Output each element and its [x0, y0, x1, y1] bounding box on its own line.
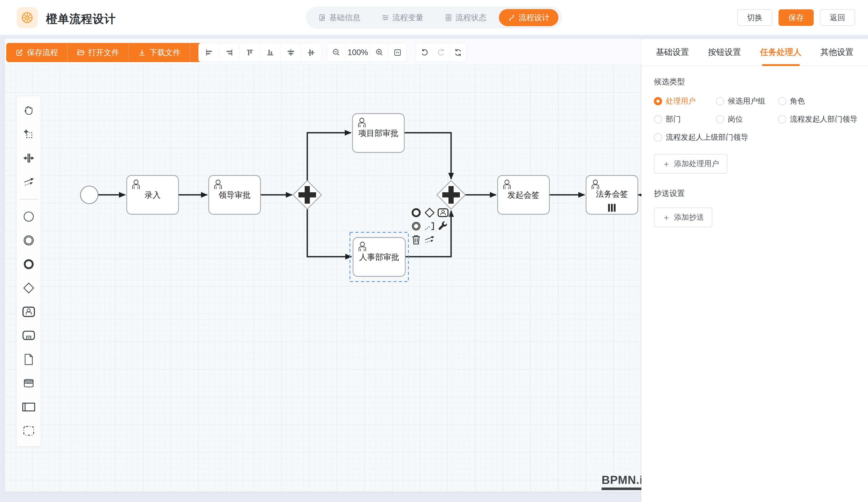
- append-intermediate-event-button[interactable]: [410, 220, 422, 232]
- open-file-button[interactable]: 打开文件: [67, 43, 128, 62]
- download-file-button[interactable]: 下载文件: [128, 43, 190, 62]
- properties-panel: 基础设置 按钮设置 任务处理人 其他设置 候选类型 处理用户 候选用户组 角色: [641, 39, 868, 502]
- fit-viewport-button[interactable]: [388, 43, 406, 62]
- align-center-vertical-icon: [307, 48, 316, 57]
- candidate-type-options: 处理用户 候选用户组 角色 部门 岗位: [654, 96, 856, 143]
- wrench-icon: [438, 221, 448, 232]
- header-actions: 切换 保存 返回: [737, 9, 855, 26]
- append-text-annotation-button[interactable]: [424, 220, 436, 232]
- tab-process-design[interactable]: 流程设计: [499, 9, 558, 26]
- tab-basic-settings[interactable]: 基础设置: [656, 39, 689, 66]
- assignee-settings-body: 候选类型 处理用户 候选用户组 角色 部门: [641, 66, 868, 237]
- multi-instance-marker: [608, 204, 616, 212]
- zoom-out-button[interactable]: [327, 43, 345, 62]
- radio-department[interactable]: 部门: [654, 114, 716, 124]
- redo-icon: [437, 48, 446, 57]
- download-icon: [138, 49, 146, 57]
- align-left-icon: [205, 48, 213, 57]
- align-top-button[interactable]: [239, 43, 260, 62]
- append-user-task-button[interactable]: [437, 207, 449, 219]
- history-button-group: [416, 43, 467, 62]
- radio-dot: [654, 97, 662, 105]
- radio-label: 部门: [666, 114, 681, 124]
- undo-icon: [420, 48, 429, 57]
- radio-label: 候选用户组: [728, 96, 765, 106]
- task-label: 录入: [145, 191, 161, 199]
- flow-design-icon: [508, 14, 516, 21]
- add-cc-button[interactable]: ＋ 添加抄送: [654, 207, 712, 227]
- radio-role[interactable]: 角色: [778, 96, 857, 106]
- text-annotation-icon: [424, 221, 435, 232]
- append-gateway-button[interactable]: [424, 207, 436, 219]
- zoom-level: 100%: [345, 43, 370, 62]
- task-label: 发起会签: [507, 191, 539, 199]
- gateway-icon: [424, 207, 435, 218]
- button-label: 添加处理用户: [674, 158, 719, 169]
- radio-candidate-user-group[interactable]: 候选用户组: [716, 96, 778, 106]
- connect-tool-button[interactable]: [424, 234, 436, 246]
- save-edit-icon: [16, 49, 23, 57]
- align-center-horizontal-icon: [286, 48, 295, 57]
- align-center-vertical-button[interactable]: [301, 43, 321, 62]
- radio-dot: [778, 115, 786, 123]
- redo-button[interactable]: [433, 43, 450, 62]
- parallel-gateway-1[interactable]: [293, 181, 321, 209]
- align-right-button[interactable]: [219, 43, 239, 62]
- tab-other-settings[interactable]: 其他设置: [820, 39, 854, 66]
- radio-post[interactable]: 岗位: [716, 114, 778, 124]
- tab-button-settings[interactable]: 按钮设置: [708, 39, 741, 66]
- button-label: 添加抄送: [674, 212, 704, 223]
- end-event-icon: [411, 207, 422, 218]
- append-end-event-button[interactable]: [410, 207, 422, 219]
- tab-process-variables[interactable]: 流程变量: [373, 9, 432, 26]
- tab-basic-info[interactable]: 基础信息: [310, 9, 369, 26]
- zoom-in-button[interactable]: [370, 43, 388, 62]
- flow-xiangmubu-to-gateway2[interactable]: [404, 133, 451, 179]
- refresh-icon: [454, 48, 463, 57]
- align-top-icon: [246, 48, 254, 57]
- parallel-gateway-2[interactable]: [437, 181, 465, 209]
- task-label: 领导审批: [219, 191, 251, 199]
- task-renshibu-shenpi[interactable]: 人事部审批: [350, 232, 409, 281]
- radio-initiator-upper-dept-leader[interactable]: 流程发起人上级部门领导: [654, 132, 857, 143]
- process-step-tabs: 基础信息 流程变量 流程状态: [306, 7, 562, 29]
- task-fawu-huiqian[interactable]: 法务会签: [586, 175, 638, 214]
- add-handler-user-button[interactable]: ＋ 添加处理用户: [654, 154, 727, 174]
- task-label: 项目部审批: [359, 129, 399, 138]
- tab-task-assignee[interactable]: 任务处理人: [760, 39, 802, 66]
- delete-trash-button[interactable]: [410, 234, 422, 246]
- tab-process-status[interactable]: 流程状态: [436, 9, 495, 26]
- task-lingdao-shenpi[interactable]: 领导审批: [209, 175, 260, 214]
- folder-open-icon: [77, 49, 85, 57]
- flow-gateway1-to-xiangmubu[interactable]: [307, 133, 351, 181]
- flow-gateway1-to-renshibu[interactable]: [307, 209, 351, 257]
- context-pad: [410, 207, 449, 246]
- align-left-button[interactable]: [199, 43, 219, 62]
- task-luru[interactable]: 录入: [127, 175, 178, 214]
- bpmn-canvas-panel: 保存流程 打开文件 下载文件: [5, 39, 641, 492]
- undo-button[interactable]: [416, 43, 433, 62]
- change-type-wrench-button[interactable]: [437, 220, 449, 232]
- radio-handler-user[interactable]: 处理用户: [654, 96, 716, 106]
- plus-icon: ＋: [662, 160, 670, 168]
- start-event-node[interactable]: [81, 186, 98, 204]
- radio-initiator-dept-leader[interactable]: 流程发起人部门领导: [778, 114, 857, 124]
- align-bottom-button[interactable]: [260, 43, 280, 62]
- back-button[interactable]: 返回: [820, 9, 855, 26]
- align-center-horizontal-button[interactable]: [280, 43, 301, 62]
- button-label: 保存流程: [27, 47, 58, 58]
- switch-button[interactable]: 切换: [737, 9, 772, 26]
- candidate-type-label: 候选类型: [654, 76, 856, 87]
- save-button[interactable]: 保存: [778, 9, 814, 26]
- cc-settings-label: 抄送设置: [654, 188, 856, 199]
- radio-label: 角色: [790, 96, 805, 106]
- properties-tabs: 基础设置 按钮设置 任务处理人 其他设置: [641, 39, 868, 66]
- app-logo: [17, 7, 38, 28]
- save-process-button[interactable]: 保存流程: [6, 43, 67, 62]
- task-faqi-huiqian[interactable]: 发起会签: [498, 175, 549, 214]
- task-xiangmubu-shenpi[interactable]: 项目部审批: [352, 114, 404, 152]
- bpmn-io-watermark[interactable]: BPMN.iO: [602, 473, 641, 490]
- status-doc-icon: [445, 14, 452, 21]
- reset-zoom-button[interactable]: [450, 43, 466, 62]
- intermediate-event-icon: [411, 221, 422, 232]
